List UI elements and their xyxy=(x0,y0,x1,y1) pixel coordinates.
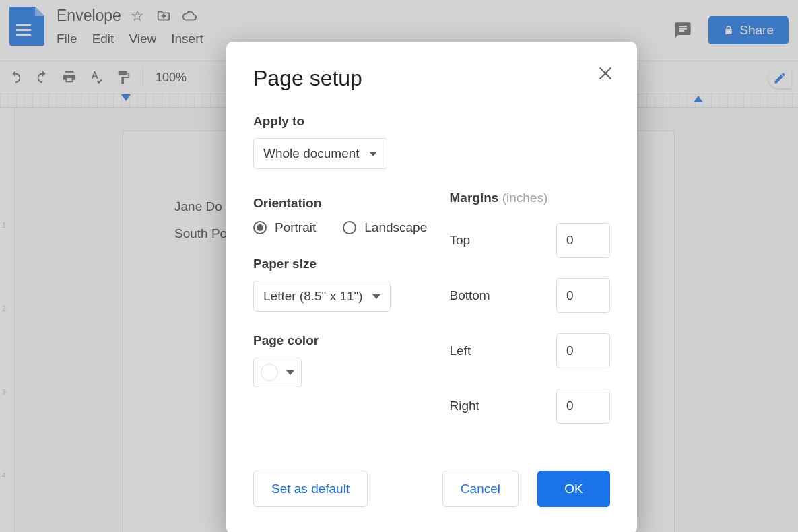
chevron-down-icon xyxy=(286,370,294,375)
paper-size-select[interactable]: Letter (8.5" x 11") xyxy=(253,281,391,312)
cloud-status-icon[interactable] xyxy=(182,9,197,24)
share-button-label: Share xyxy=(739,23,774,38)
margin-left-label: Left xyxy=(450,343,471,358)
menubar: File Edit View Insert xyxy=(57,30,203,46)
dialog-title: Page setup xyxy=(253,66,610,91)
docs-app-icon[interactable] xyxy=(9,7,44,46)
star-icon[interactable]: ☆ xyxy=(131,9,145,24)
radio-off-icon xyxy=(343,221,356,234)
ruler-tick: 1 xyxy=(2,221,6,229)
page-color-select[interactable] xyxy=(253,358,302,387)
margins-label: Margins xyxy=(450,191,499,205)
apply-to-select[interactable]: Whole document xyxy=(253,138,387,169)
page-setup-dialog: Page setup Apply to Whole document Orien… xyxy=(226,42,637,532)
paper-size-value: Letter (8.5" x 11") xyxy=(263,289,363,304)
apply-to-label: Apply to xyxy=(253,114,610,129)
menu-file[interactable]: File xyxy=(57,32,77,46)
close-icon[interactable] xyxy=(597,65,614,82)
ruler-tick: 2 xyxy=(2,304,6,312)
margin-right-label: Right xyxy=(450,399,479,413)
margin-bottom-input[interactable] xyxy=(556,278,610,313)
share-button[interactable]: Share xyxy=(708,16,789,44)
ruler-tick: 4 xyxy=(2,471,6,479)
orientation-landscape-radio[interactable]: Landscape xyxy=(343,220,427,235)
paper-size-label: Paper size xyxy=(253,257,450,271)
separator xyxy=(143,69,143,86)
orientation-landscape-label: Landscape xyxy=(364,220,427,235)
menu-edit[interactable]: Edit xyxy=(92,32,114,46)
paint-format-icon[interactable] xyxy=(116,70,131,85)
indent-marker-right-icon[interactable] xyxy=(694,96,703,102)
orientation-label: Orientation xyxy=(253,196,450,211)
undo-icon[interactable] xyxy=(8,70,23,85)
print-icon[interactable] xyxy=(62,70,77,85)
spellcheck-icon[interactable] xyxy=(89,70,104,85)
color-swatch-icon xyxy=(261,364,278,381)
apply-to-value: Whole document xyxy=(263,146,360,161)
chevron-down-icon xyxy=(369,152,377,156)
vertical-ruler[interactable]: 1 2 3 4 xyxy=(0,108,15,532)
ruler-tick: 3 xyxy=(2,388,6,396)
cancel-button[interactable]: Cancel xyxy=(442,471,519,507)
set-as-default-button[interactable]: Set as default xyxy=(253,471,368,507)
radio-on-icon xyxy=(253,221,267,234)
move-to-folder-icon[interactable] xyxy=(156,9,171,24)
ok-button[interactable]: OK xyxy=(537,471,610,507)
zoom-level[interactable]: 100% xyxy=(156,71,187,85)
orientation-portrait-label: Portrait xyxy=(275,220,316,235)
comment-history-icon[interactable] xyxy=(673,21,692,40)
document-title[interactable]: Envelope xyxy=(57,7,121,25)
indent-marker-left-icon[interactable] xyxy=(121,94,131,101)
page-color-label: Page color xyxy=(253,333,450,348)
margins-unit: (inches) xyxy=(502,191,548,205)
margin-left-input[interactable] xyxy=(556,333,610,368)
margin-top-label: Top xyxy=(450,233,471,248)
margin-bottom-label: Bottom xyxy=(450,288,490,303)
redo-icon[interactable] xyxy=(35,70,50,85)
menu-insert[interactable]: Insert xyxy=(171,32,203,46)
margin-top-input[interactable] xyxy=(556,223,610,258)
chevron-down-icon xyxy=(372,294,380,299)
orientation-portrait-radio[interactable]: Portrait xyxy=(253,220,316,235)
margin-right-input[interactable] xyxy=(556,389,610,424)
editing-mode-icon[interactable] xyxy=(768,68,791,88)
lock-icon xyxy=(723,25,734,36)
menu-view[interactable]: View xyxy=(129,32,156,46)
